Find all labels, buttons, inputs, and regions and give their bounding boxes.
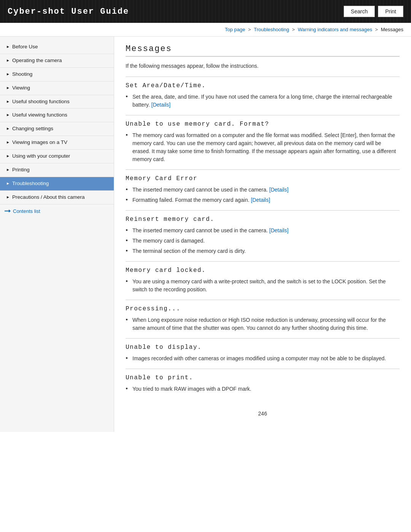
section-title-7: Unable to print. — [126, 374, 400, 381]
sidebar-label-7: Viewing images on a TV — [12, 139, 67, 146]
search-button[interactable]: Search — [344, 6, 375, 17]
page-title-section: Messages — [126, 44, 400, 57]
section-title-4: Memory card locked. — [126, 267, 400, 274]
list-item: The inserted memory card cannot be used … — [126, 227, 400, 235]
section-list-3: The inserted memory card cannot be used … — [126, 227, 400, 255]
breadcrumb-sep-1: > — [248, 27, 252, 32]
item-text: Set the area, date, and time. If you hav… — [132, 94, 392, 108]
contents-arrow-icon — [5, 209, 11, 213]
details-link[interactable]: [Details] — [151, 102, 171, 108]
arrow-icon-1: ► — [6, 58, 10, 63]
list-item: The memory card was formatted on a compu… — [126, 131, 400, 163]
list-item: Images recorded with other cameras or im… — [126, 355, 400, 363]
sidebar-item-operating[interactable]: ► Operating the camera — [0, 54, 114, 68]
section-1: Unable to use memory card. Format? The m… — [126, 115, 400, 169]
sidebar-label-6: Changing settings — [12, 125, 53, 133]
breadcrumb: Top page > Troubleshooting > Warning ind… — [0, 23, 411, 37]
section-5: Processing... When Long exposure noise r… — [126, 300, 400, 338]
breadcrumb-troubleshooting[interactable]: Troubleshooting — [254, 27, 289, 32]
details-link-2-1[interactable]: [Details] — [251, 197, 270, 203]
sidebar-item-precautions[interactable]: ► Precautions / About this camera — [0, 191, 114, 204]
details-link-2-0[interactable]: [Details] — [269, 187, 289, 193]
app-title: Cyber-shot User Guide — [8, 7, 344, 16]
section-7: Unable to print. You tried to mark RAW i… — [126, 369, 400, 399]
contents-list-link[interactable]: Contents list — [0, 204, 114, 218]
section-list-1: The memory card was formatted on a compu… — [126, 131, 400, 163]
arrow-icon-0: ► — [6, 44, 10, 50]
list-item: When Long exposure noise reduction or Hi… — [126, 316, 400, 332]
arrow-icon-7: ► — [6, 140, 10, 145]
list-item: You tried to mark RAW images with a DPOF… — [126, 385, 400, 393]
page-wrapper: Cyber-shot User Guide Search Print Top p… — [0, 0, 411, 532]
section-2: Memory Card Error The inserted memory ca… — [126, 169, 400, 210]
breadcrumb-sep-3: > — [375, 27, 379, 32]
section-list-4: You are using a memory card with a write… — [126, 278, 400, 294]
item-text: When Long exposure noise reduction or Hi… — [132, 317, 386, 331]
list-item: The terminal section of the memory card … — [126, 247, 400, 255]
section-list-5: When Long exposure noise reduction or Hi… — [126, 316, 400, 332]
section-title-3: Reinsert memory card. — [126, 216, 400, 223]
contents-link-label: Contents list — [13, 208, 40, 214]
item-text: The memory card is damaged. — [132, 238, 205, 244]
section-3: Reinsert memory card. The inserted memor… — [126, 210, 400, 261]
sidebar-item-printing[interactable]: ► Printing — [0, 163, 114, 177]
sidebar: ► Before Use ► Operating the camera ► Sh… — [0, 37, 114, 432]
breadcrumb-warning[interactable]: Warning indicators and messages — [298, 27, 372, 32]
item-text: Formatting failed. Format the memory car… — [132, 197, 249, 203]
list-item: Formatting failed. Format the memory car… — [126, 196, 400, 204]
section-list-0: Set the area, date, and time. If you hav… — [126, 93, 400, 109]
sidebar-label-4: Useful shooting functions — [12, 98, 70, 105]
details-link-3-0[interactable]: [Details] — [269, 227, 289, 233]
sidebar-item-troubleshooting[interactable]: ► Troubleshooting — [0, 177, 114, 191]
section-list-2: The inserted memory card cannot be used … — [126, 186, 400, 204]
section-title-5: Processing... — [126, 305, 400, 312]
sidebar-item-useful-shooting[interactable]: ► Useful shooting functions — [0, 95, 114, 109]
breadcrumb-current: Messages — [381, 27, 403, 32]
sidebar-label-10: Troubleshooting — [12, 180, 49, 187]
arrow-icon-3: ► — [6, 85, 10, 91]
section-title-6: Unable to display. — [126, 344, 400, 351]
intro-text: If the following messages appear, follow… — [126, 63, 400, 69]
sidebar-item-viewing-tv[interactable]: ► Viewing images on a TV — [0, 136, 114, 150]
sidebar-label-3: Viewing — [12, 85, 30, 92]
section-title-0: Set Area/Date/Time. — [126, 82, 400, 89]
list-item: You are using a memory card with a write… — [126, 278, 400, 294]
header: Cyber-shot User Guide Search Print — [0, 0, 411, 23]
header-buttons: Search Print — [344, 6, 403, 17]
item-text: The terminal section of the memory card … — [132, 248, 246, 254]
arrow-icon-2: ► — [6, 72, 10, 77]
sidebar-label-1: Operating the camera — [12, 57, 62, 64]
item-text: You are using a memory card with a write… — [132, 278, 386, 292]
sidebar-label-2: Shooting — [12, 71, 32, 78]
sidebar-item-computer[interactable]: ► Using with your computer — [0, 150, 114, 163]
section-list-7: You tried to mark RAW images with a DPOF… — [126, 385, 400, 393]
arrow-icon-5: ► — [6, 112, 10, 118]
sidebar-item-changing-settings[interactable]: ► Changing settings — [0, 122, 114, 136]
page-number: 246 — [126, 411, 400, 417]
sidebar-item-shooting[interactable]: ► Shooting — [0, 68, 114, 81]
sidebar-label-8: Using with your computer — [12, 153, 70, 160]
arrow-icon-6: ► — [6, 126, 10, 131]
breadcrumb-sep-2: > — [292, 27, 296, 32]
arrow-icon-10: ► — [6, 181, 10, 186]
list-item: The inserted memory card cannot be used … — [126, 186, 400, 194]
item-text: You tried to mark RAW images with a DPOF… — [132, 386, 252, 392]
print-button[interactable]: Print — [378, 6, 403, 17]
section-list-6: Images recorded with other cameras or im… — [126, 355, 400, 363]
item-text: The memory card was formatted on a compu… — [132, 132, 396, 162]
section-title-1: Unable to use memory card. Format? — [126, 121, 400, 128]
item-text: The inserted memory card cannot be used … — [132, 227, 268, 233]
sidebar-label-5: Useful viewing functions — [12, 112, 67, 119]
arrow-icon-4: ► — [6, 99, 10, 104]
item-text: The inserted memory card cannot be used … — [132, 187, 268, 193]
sidebar-label-9: Printing — [12, 166, 30, 174]
sidebar-label-11: Precautions / About this camera — [12, 194, 85, 201]
breadcrumb-top[interactable]: Top page — [225, 27, 245, 32]
list-item: The memory card is damaged. — [126, 237, 400, 245]
sidebar-item-before-use[interactable]: ► Before Use — [0, 40, 114, 54]
sidebar-item-useful-viewing[interactable]: ► Useful viewing functions — [0, 109, 114, 122]
arrow-icon-8: ► — [6, 153, 10, 159]
sidebar-item-viewing[interactable]: ► Viewing — [0, 81, 114, 95]
section-0: Set Area/Date/Time. Set the area, date, … — [126, 77, 400, 115]
page-title: Messages — [126, 44, 400, 54]
